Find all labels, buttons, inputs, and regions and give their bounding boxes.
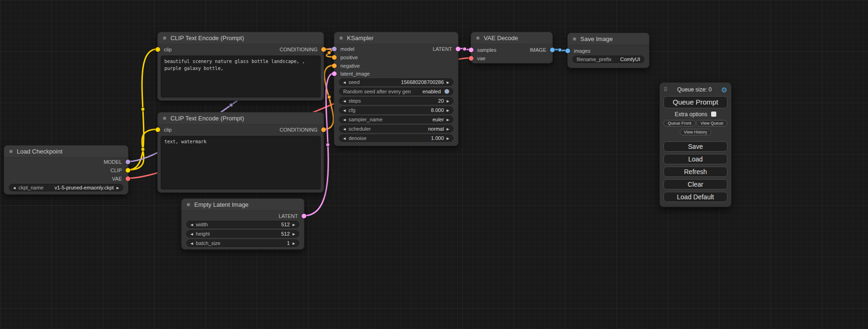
increment-arrow-icon[interactable]: ▶ (447, 127, 449, 131)
view-history-button[interactable]: View History (680, 129, 712, 135)
increment-arrow-icon[interactable]: ▶ (447, 99, 449, 103)
increment-arrow-icon[interactable]: ▶ (117, 186, 119, 189)
port-input-latent-image[interactable]: latent_image (334, 70, 370, 78)
port-input-negative[interactable]: negative (334, 62, 360, 70)
port-output-latent[interactable]: LATENT (279, 212, 304, 220)
node-empty-latent-image[interactable]: Empty Latent Image LATENT ◀ width 512 ▶ … (181, 198, 304, 250)
clip-port-dot-icon[interactable] (155, 127, 160, 132)
decrement-arrow-icon[interactable]: ◀ (191, 242, 193, 245)
latent-port-dot-icon[interactable] (302, 214, 306, 218)
image-port-dot-icon[interactable] (550, 48, 555, 52)
view-queue-button[interactable]: View Queue (696, 120, 727, 126)
node-title-bar[interactable]: KSampler (334, 32, 458, 44)
increment-arrow-icon[interactable]: ▶ (447, 137, 449, 140)
extra-options-checkbox[interactable] (711, 112, 716, 117)
conditioning-port-dot-icon[interactable] (332, 63, 337, 68)
node-title-bar[interactable]: Save Image (568, 33, 649, 45)
model-port-dot-icon[interactable] (332, 47, 337, 51)
save-button[interactable]: Save (663, 141, 727, 152)
increment-arrow-icon[interactable]: ▶ (293, 232, 295, 236)
queue-front-button[interactable]: Queue Front (663, 120, 696, 126)
decrement-arrow-icon[interactable]: ◀ (13, 186, 15, 189)
vae-port-dot-icon[interactable] (469, 56, 473, 61)
port-input-model[interactable]: model (334, 45, 354, 53)
node-save-image[interactable]: Save Image images filename_prefix ComfyU… (567, 33, 649, 68)
collapse-dot-icon[interactable] (162, 36, 167, 40)
image-port-dot-icon[interactable] (565, 49, 570, 53)
collapse-dot-icon[interactable] (186, 203, 191, 207)
node-title-bar[interactable]: CLIP Text Encode (Prompt) (158, 32, 324, 44)
clip-port-dot-icon[interactable] (155, 47, 160, 52)
clip-port-dot-icon[interactable] (126, 168, 130, 173)
load-button[interactable]: Load (663, 154, 727, 164)
node-load-checkpoint[interactable]: Load Checkpoint MODEL CLIP VAE ◀ ckpt_na… (4, 145, 128, 195)
node-title-bar[interactable]: CLIP Text Encode (Prompt) (158, 112, 324, 125)
port-input-positive[interactable]: positive (334, 53, 358, 62)
decrement-arrow-icon[interactable]: ◀ (343, 127, 346, 131)
conditioning-port-dot-icon[interactable] (321, 127, 326, 132)
port-input-images[interactable]: images (568, 47, 590, 55)
node-clip-text-encode-negative[interactable]: CLIP Text Encode (Prompt) clip CONDITION… (157, 112, 324, 193)
widget-sampler-name[interactable]: ◀ sampler_name euler ▶ (339, 116, 453, 123)
collapse-dot-icon[interactable] (162, 116, 167, 120)
increment-arrow-icon[interactable]: ▶ (447, 81, 449, 84)
node-vae-decode[interactable]: VAE Decode samples vae IMAGE (471, 32, 553, 63)
port-output-conditioning[interactable]: CONDITIONING (280, 126, 324, 134)
negative-prompt-textarea[interactable]: text, watermark (161, 136, 321, 189)
load-default-button[interactable]: Load Default (663, 192, 727, 202)
drag-handle-icon[interactable]: ⠿ (663, 87, 668, 92)
port-input-samples[interactable]: samples (471, 46, 496, 54)
widget-random-seed-toggle[interactable]: Random seed after every gen enabled (339, 88, 453, 95)
node-clip-text-encode-positive[interactable]: CLIP Text Encode (Prompt) clip CONDITION… (157, 32, 324, 101)
decrement-arrow-icon[interactable]: ◀ (343, 118, 346, 121)
increment-arrow-icon[interactable]: ▶ (447, 118, 449, 121)
vae-port-dot-icon[interactable] (126, 176, 130, 181)
queue-prompt-button[interactable]: Queue Prompt (663, 96, 727, 108)
widget-seed[interactable]: ◀ seed 156680208700286 ▶ (339, 78, 453, 86)
seed-toggle-knob-icon[interactable] (445, 89, 449, 94)
widget-cfg[interactable]: ◀ cfg 8.000 ▶ (339, 106, 453, 114)
clear-button[interactable]: Clear (663, 179, 727, 189)
port-output-conditioning[interactable]: CONDITIONING (280, 45, 324, 54)
settings-gear-icon[interactable]: ⚙ (721, 86, 727, 93)
node-graph-canvas[interactable]: { "icons": { "arrow_left": "◀", "arrow_r… (0, 0, 868, 329)
collapse-dot-icon[interactable] (572, 37, 577, 41)
decrement-arrow-icon[interactable]: ◀ (343, 81, 346, 84)
node-title-bar[interactable]: VAE Decode (471, 32, 552, 44)
conditioning-port-dot-icon[interactable] (321, 47, 326, 52)
latent-port-dot-icon[interactable] (469, 48, 473, 52)
port-input-clip[interactable]: clip (158, 45, 172, 54)
widget-ckpt-name[interactable]: ◀ ckpt_name v1-5-pruned-emaonly.ckpt ▶ (9, 184, 123, 191)
refresh-button[interactable]: Refresh (663, 167, 727, 177)
port-output-latent[interactable]: LATENT (433, 45, 458, 53)
latent-port-dot-icon[interactable] (332, 71, 337, 76)
port-output-image[interactable]: IMAGE (530, 46, 552, 54)
widget-height[interactable]: ◀ height 512 ▶ (186, 230, 299, 238)
increment-arrow-icon[interactable]: ▶ (293, 242, 295, 245)
widget-scheduler[interactable]: ◀ scheduler normal ▶ (339, 125, 453, 133)
widget-width[interactable]: ◀ width 512 ▶ (186, 221, 299, 228)
increment-arrow-icon[interactable]: ▶ (447, 109, 449, 112)
latent-port-dot-icon[interactable] (456, 47, 460, 51)
increment-arrow-icon[interactable]: ▶ (293, 223, 295, 226)
port-input-clip[interactable]: clip (158, 126, 172, 134)
decrement-arrow-icon[interactable]: ◀ (343, 99, 346, 103)
collapse-dot-icon[interactable] (339, 36, 343, 40)
port-output-model[interactable]: MODEL (104, 158, 128, 166)
widget-denoise[interactable]: ◀ denoise 1.000 ▶ (339, 134, 453, 142)
widget-steps[interactable]: ◀ steps 20 ▶ (339, 97, 453, 105)
positive-prompt-textarea[interactable]: beautiful scenery nature glass bottle la… (161, 56, 321, 98)
node-ksampler[interactable]: KSampler model positive negative latent_… (334, 32, 459, 146)
decrement-arrow-icon[interactable]: ◀ (343, 137, 346, 140)
decrement-arrow-icon[interactable]: ◀ (191, 232, 193, 236)
widget-filename-prefix[interactable]: filename_prefix ComfyUI (572, 56, 644, 63)
collapse-dot-icon[interactable] (9, 149, 13, 154)
node-title-bar[interactable]: Empty Latent Image (182, 199, 304, 211)
decrement-arrow-icon[interactable]: ◀ (343, 109, 346, 112)
port-output-vae[interactable]: VAE (112, 175, 128, 183)
decrement-arrow-icon[interactable]: ◀ (191, 223, 193, 226)
port-input-vae[interactable]: vae (471, 54, 486, 63)
conditioning-port-dot-icon[interactable] (332, 55, 337, 60)
node-title-bar[interactable]: Load Checkpoint (4, 146, 128, 158)
widget-batch-size[interactable]: ◀ batch_size 1 ▶ (186, 239, 299, 247)
